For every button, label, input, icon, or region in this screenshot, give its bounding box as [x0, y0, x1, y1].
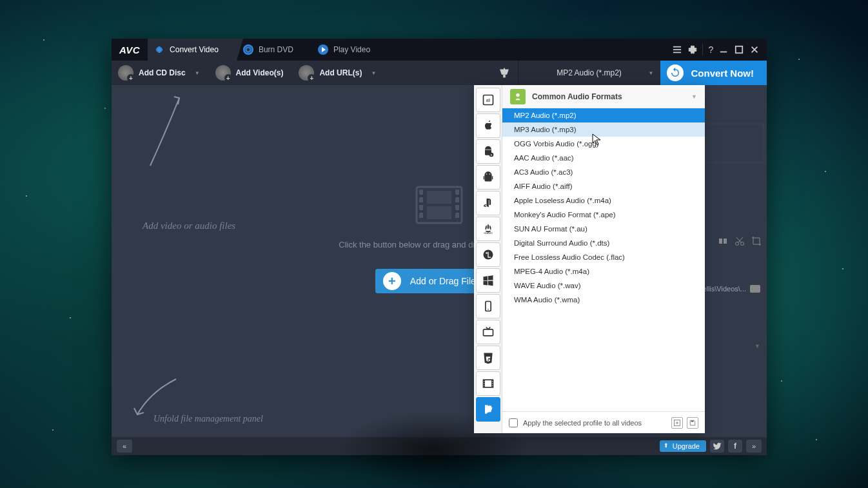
add-profile-icon[interactable] [671, 417, 683, 429]
svg-point-39 [486, 252, 488, 254]
dvd-icon [243, 44, 253, 55]
tab-burn-dvd[interactable]: Burn DVD [237, 39, 311, 61]
format-item[interactable]: WAVE Audio (*.wav) [502, 278, 705, 293]
format-item[interactable]: AAC Audio (*.aac) [502, 151, 705, 165]
format-dropdown-panel: all S HUAWEI Common Audio Formats ▼ MP2 … [474, 85, 705, 433]
svg-text:HUAWEI: HUAWEI [484, 232, 492, 235]
tab-label: Convert Video [170, 45, 219, 54]
output-folder-path[interactable]: ellis\Videos\... [702, 285, 760, 293]
film-icon [410, 182, 468, 228]
format-list: MP2 Audio (*.mp2)MP3 Audio (*.mp3)OGG Vo… [502, 108, 705, 411]
category-android-samsung[interactable]: S [476, 139, 500, 164]
svg-rect-2 [673, 52, 681, 54]
category-apple[interactable] [476, 113, 500, 138]
svg-rect-13 [455, 205, 459, 210]
twitter-icon[interactable] [710, 440, 724, 453]
cd-plus-icon [118, 65, 133, 81]
svg-rect-48 [484, 386, 484, 387]
chevron-down-icon: ▼ [195, 70, 200, 76]
apply-all-checkbox[interactable] [509, 418, 518, 427]
format-item[interactable]: MP3 Audio (*.mp3) [502, 122, 705, 137]
format-item[interactable]: Free Lossless Audio Codec (.flac) [502, 250, 705, 264]
minimize-icon[interactable] [718, 44, 729, 55]
upgrade-button[interactable]: Upgrade [660, 440, 706, 452]
format-item[interactable]: AIFF Audio (*.aiff) [502, 179, 705, 193]
tab-label: Burn DVD [259, 45, 293, 54]
maximize-icon[interactable] [733, 44, 745, 55]
dropdown-chevron-icon[interactable]: ▼ [755, 343, 760, 349]
svg-point-36 [489, 173, 490, 175]
arrow-annotation-icon [141, 92, 192, 169]
format-item[interactable]: AC3 Audio (*.ac3) [502, 165, 705, 179]
button-label: Convert Now! [691, 68, 755, 79]
svg-point-52 [516, 93, 519, 96]
svg-rect-12 [455, 197, 459, 202]
svg-rect-9 [419, 205, 423, 210]
refresh-icon [667, 64, 684, 81]
close-icon[interactable] [749, 44, 760, 55]
panel-collapse-button[interactable]: « [117, 440, 132, 453]
category-all[interactable]: all [476, 88, 500, 112]
tab-convert-video[interactable]: Convert Video [148, 39, 237, 61]
cut-icon[interactable] [733, 235, 746, 248]
disc-icon [154, 44, 164, 55]
crop-icon[interactable] [750, 235, 763, 248]
tab-play-video[interactable]: Play Video [311, 39, 388, 61]
convert-now-button[interactable]: Convert Now! [660, 61, 767, 85]
svg-rect-3 [720, 52, 727, 53]
svg-rect-15 [427, 191, 451, 204]
category-tv[interactable] [476, 320, 500, 344]
format-item[interactable]: Digital Surround Audio (*.dts) [502, 236, 705, 250]
button-label: Add URL(s) [319, 68, 362, 77]
app-logo: AVC [112, 44, 148, 55]
svg-rect-14 [455, 213, 459, 218]
unfold-panel-hint: Unfold file management panel [153, 414, 263, 424]
list-icon[interactable] [671, 44, 683, 55]
format-category-button[interactable] [491, 61, 518, 85]
button-label: Upgrade [673, 442, 700, 450]
format-item[interactable]: MP2 Audio (*.mp2) [502, 108, 705, 122]
button-label: Add Video(s) [236, 68, 284, 77]
folder-icon[interactable] [750, 285, 760, 293]
category-lg[interactable] [476, 242, 500, 267]
category-audio[interactable] [476, 397, 500, 422]
svg-point-30 [741, 242, 744, 246]
category-huawei[interactable]: HUAWEI [476, 217, 500, 241]
panel-expand-button[interactable]: » [746, 440, 762, 453]
path-text: ellis\Videos\... [702, 285, 746, 293]
merge-icon[interactable] [716, 235, 729, 248]
format-item[interactable]: OGG Vorbis Audio (*.ogg) [502, 137, 705, 151]
svg-rect-5 [503, 75, 506, 78]
settings-icon[interactable] [687, 44, 698, 55]
add-cd-disc-button[interactable]: Add CD Disc▼ [112, 61, 209, 85]
category-html5[interactable] [476, 346, 500, 370]
add-video-button[interactable]: Add Video(s) [209, 61, 293, 85]
svg-rect-16 [427, 206, 451, 219]
save-profile-icon[interactable] [687, 417, 698, 429]
format-item[interactable]: Apple Loseless Audio (*.m4a) [502, 193, 705, 208]
format-label: MP2 Audio (*.mp2) [557, 68, 622, 77]
category-playstation[interactable] [476, 191, 500, 215]
format-selector[interactable]: MP2 Audio (*.mp2)▼ [518, 61, 660, 85]
add-url-button[interactable]: Add URL(s)▼ [292, 61, 385, 85]
category-video[interactable] [476, 371, 500, 396]
format-item[interactable]: MPEG-4 Audio (*.m4a) [502, 264, 705, 278]
statusbar: « Upgrade f » [112, 437, 767, 455]
svg-rect-42 [483, 329, 493, 336]
svg-rect-4 [736, 46, 743, 54]
svg-rect-51 [491, 386, 492, 387]
help-icon[interactable]: ? [702, 44, 714, 55]
format-list-body: Common Audio Formats ▼ MP2 Audio (*.mp2)… [502, 85, 705, 433]
format-item[interactable]: WMA Audio (*.wma) [502, 293, 705, 307]
button-label: Add CD Disc [139, 68, 186, 77]
category-windows[interactable] [476, 268, 500, 293]
format-group-header[interactable]: Common Audio Formats ▼ [502, 85, 705, 108]
format-item[interactable]: SUN AU Format (*.au) [502, 222, 705, 236]
format-item[interactable]: Monkey's Audio Format (*.ape) [502, 208, 705, 222]
titlebar: AVC Convert Video Burn DVD Play Video ? [112, 39, 767, 61]
svg-rect-1 [673, 49, 681, 50]
titlebar-controls: ? [671, 44, 767, 55]
facebook-icon[interactable]: f [728, 440, 742, 453]
category-mobile[interactable] [476, 294, 500, 318]
category-android[interactable] [476, 165, 500, 190]
